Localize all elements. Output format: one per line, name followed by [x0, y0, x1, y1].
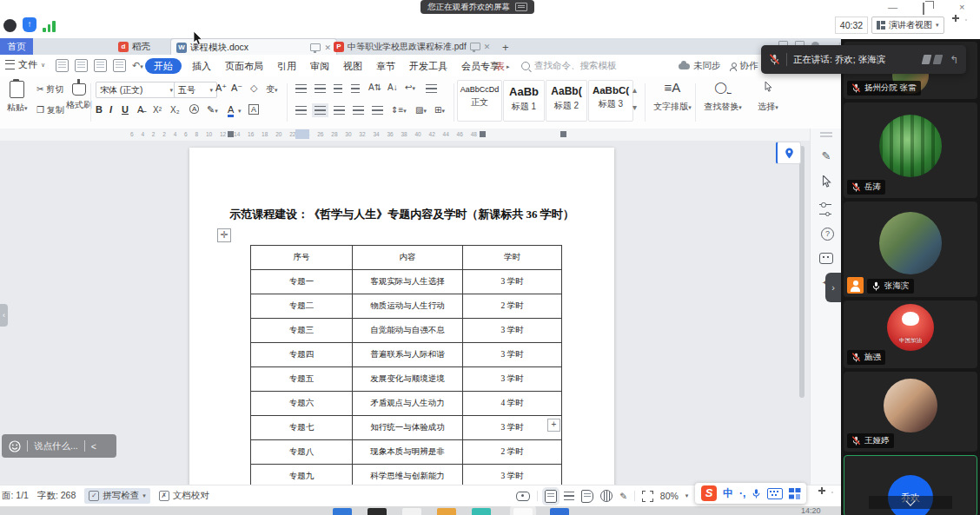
- page-view-icon[interactable]: [545, 490, 557, 503]
- ribbon-tab-3[interactable]: 引用: [270, 59, 303, 74]
- close-button[interactable]: ×: [959, 2, 964, 12]
- style-card-1[interactable]: AaBb 标题 1: [503, 80, 545, 122]
- taskbar-app-icon-active[interactable]: [513, 508, 533, 515]
- speaking-banner[interactable]: 正在讲话: 乔欢; 张海滨 ↰: [761, 45, 966, 74]
- char-scale-icon[interactable]: A: [189, 104, 199, 114]
- marks-icon[interactable]: [426, 84, 437, 93]
- collapse-chat-icon[interactable]: <: [91, 441, 96, 452]
- taskbar-app-icon[interactable]: [472, 508, 491, 515]
- panel-expand-tab[interactable]: ›: [825, 273, 841, 302]
- web-view-icon[interactable]: [600, 490, 612, 502]
- ribbon-tab-4[interactable]: 审阅: [303, 59, 336, 74]
- participant-tile[interactable]: 岳涛: [844, 102, 977, 198]
- table-cell[interactable]: 专题四: [251, 343, 353, 367]
- print-preview-icon[interactable]: [113, 59, 126, 72]
- command-search[interactable]: 查找命令、搜索模板: [521, 60, 617, 72]
- ribbon-tab-1[interactable]: 插入: [185, 59, 218, 74]
- tray-app-icon[interactable]: [3, 19, 17, 32]
- document-page[interactable]: 示范课程建设：《哲学与人生》专题内容及学时（新课标共 36 学时） ✛ 序号内容…: [189, 148, 614, 485]
- highlight-color-button[interactable]: ✎▾: [207, 104, 218, 116]
- font-color-button[interactable]: A: [228, 104, 234, 117]
- help-icon[interactable]: ?: [821, 228, 834, 241]
- rail-grip[interactable]: [820, 132, 832, 134]
- sync-status[interactable]: 未同步: [679, 60, 721, 72]
- font-size-select[interactable]: 五号▾: [174, 82, 217, 98]
- file-menu[interactable]: 文件∨: [5, 58, 45, 71]
- taskbar-app-icon[interactable]: [550, 508, 569, 515]
- eye-protection-icon[interactable]: [516, 492, 530, 501]
- decrease-indent-icon[interactable]: [334, 84, 342, 93]
- table-cell[interactable]: 专题二: [251, 294, 353, 319]
- sort-icon[interactable]: A↓: [387, 83, 398, 92]
- shrink-font-button[interactable]: A⁻: [231, 83, 242, 94]
- save-icon[interactable]: [56, 59, 69, 72]
- settings-sliders-icon[interactable]: [819, 201, 833, 215]
- table-cell[interactable]: 专题五: [251, 367, 353, 392]
- increase-indent-icon[interactable]: [351, 84, 360, 93]
- table-cell[interactable]: 普遍联系与人际和谐: [353, 343, 463, 367]
- table-cell[interactable]: 发展变化与顺境逆境: [353, 367, 463, 392]
- subscript-button[interactable]: X₂: [170, 105, 180, 115]
- vertical-scrollbar[interactable]: [799, 146, 805, 398]
- smiley-emoji-icon[interactable]: [9, 440, 21, 452]
- ime-keyboard-icon[interactable]: [767, 488, 783, 499]
- ribbon-tab-2[interactable]: 页面布局: [218, 59, 270, 74]
- bullet-list-icon[interactable]: [295, 84, 307, 93]
- line-spacing-icon[interactable]: ⇕≡▾: [391, 105, 407, 115]
- shield-upload-icon[interactable]: ↑: [23, 17, 36, 32]
- styles-scroll-up-icon[interactable]: ▴: [632, 85, 637, 95]
- paste-button[interactable]: 粘贴▾: [7, 81, 28, 114]
- table-context-tab[interactable]: 表▸: [495, 60, 510, 73]
- undo-icon[interactable]: ↶▾: [132, 60, 143, 71]
- ribbon-tab-0[interactable]: 开始: [145, 58, 182, 74]
- select-cursor-icon[interactable]: [819, 175, 833, 189]
- doc-proof-button[interactable]: ✗ 文档校对: [159, 490, 209, 502]
- style-card-3[interactable]: AaBbC( 标题 3: [588, 80, 633, 122]
- table-cell[interactable]: 专题六: [251, 392, 353, 416]
- taskbar-app-icon[interactable]: [333, 508, 352, 515]
- signal-bars-icon[interactable]: [43, 21, 56, 32]
- zoom-caret-icon[interactable]: ▾: [685, 492, 689, 499]
- participant-tile[interactable]: 乔欢: [844, 455, 977, 515]
- tab-pdf[interactable]: P 中等职业学校思政课程标准.pdf ✕: [328, 38, 500, 55]
- cut-button[interactable]: ✂ 剪切: [36, 83, 63, 96]
- read-view-icon[interactable]: [581, 490, 593, 503]
- watching-screen-banner[interactable]: 您正在观看乔欢的屏幕: [420, 0, 534, 14]
- format-painter-button[interactable]: 格式刷: [66, 83, 92, 111]
- table-cell[interactable]: 专题八: [251, 440, 353, 465]
- table-cell[interactable]: 3 学时: [463, 319, 562, 343]
- ribbon-tab-7[interactable]: 开发工具: [402, 59, 454, 74]
- table-cell[interactable]: 3 学时: [463, 343, 562, 367]
- table-cell[interactable]: 专题九: [251, 465, 353, 485]
- tab-docer[interactable]: d 稻壳: [113, 38, 156, 55]
- italic-button[interactable]: I: [109, 104, 112, 115]
- underline-button[interactable]: U: [122, 104, 129, 115]
- assistant-robot-icon[interactable]: [819, 250, 833, 264]
- table-cell[interactable]: 矛盾观点与人生动力: [353, 392, 463, 416]
- close-tab-icon[interactable]: ✕: [484, 43, 491, 51]
- margin-marker[interactable]: [228, 131, 234, 137]
- distribute-icon[interactable]: [372, 106, 383, 115]
- clear-format-icon[interactable]: ◇: [250, 83, 257, 94]
- align-center-icon[interactable]: [315, 106, 326, 115]
- justify-icon[interactable]: [353, 106, 364, 115]
- text-layout-button[interactable]: ≡A 文字排版▾: [650, 78, 695, 113]
- margin-marker[interactable]: [480, 131, 486, 137]
- print-icon[interactable]: [94, 59, 107, 72]
- font-name-select[interactable]: 宋体 (正文)▾: [96, 82, 177, 98]
- select-button[interactable]: 选择▾: [745, 78, 791, 113]
- spell-check-toggle[interactable]: ✓ 拼写检查▾: [84, 488, 150, 504]
- ime-lang-toggle[interactable]: 中: [723, 486, 733, 501]
- table-cell[interactable]: 3 学时: [463, 367, 562, 392]
- word-count[interactable]: 字数: 268: [37, 490, 76, 502]
- styles-scroll-down-icon[interactable]: ▾: [632, 102, 637, 112]
- zoom-level[interactable]: 80%: [660, 491, 679, 501]
- strike-button[interactable]: A̶: [137, 104, 143, 115]
- tab-home[interactable]: 首页: [0, 38, 33, 55]
- table-cell[interactable]: 专题一: [251, 270, 353, 294]
- align-left-icon[interactable]: [295, 106, 307, 115]
- table-cell[interactable]: 物质运动与人生行动: [353, 294, 463, 319]
- view-mode-button[interactable]: 演讲者视图 ▾: [871, 17, 944, 34]
- chat-quick-entry[interactable]: 说点什么... <: [2, 434, 116, 458]
- table-cell[interactable]: 知行统一与体验成功: [353, 416, 463, 440]
